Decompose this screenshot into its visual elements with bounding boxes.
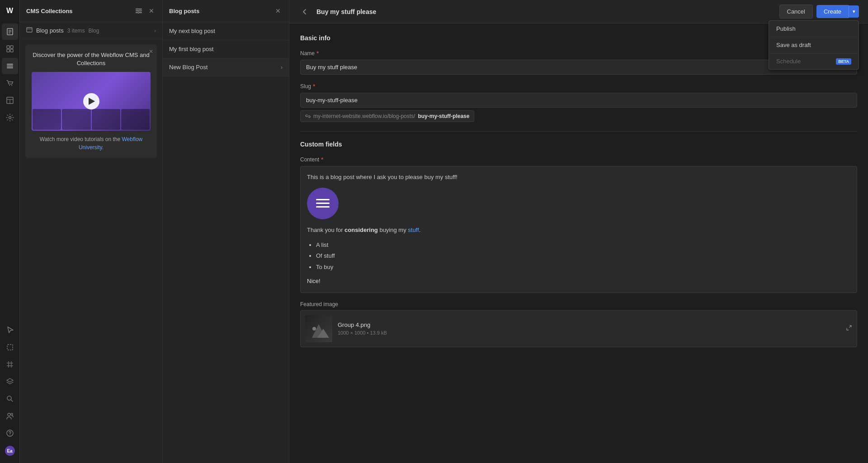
collection-icon [26, 27, 33, 34]
content-stuff-link[interactable]: stuff [408, 227, 419, 233]
hamburger-icon [316, 199, 330, 208]
form-content: Basic info Name * Slug * my-internet-web… [289, 24, 868, 463]
promo-box: ✕ Discover the power of the Webflow CMS … [25, 45, 157, 158]
svg-rect-17 [7, 345, 13, 350]
main-content: Buy my stuff please Cancel Create ▾ Publ… [289, 0, 868, 463]
create-dropdown-button[interactable]: ▾ [849, 5, 859, 18]
publish-menu-item[interactable]: Publish [769, 21, 859, 37]
svg-rect-9 [7, 66, 13, 66]
blog-posts-count: 3 items [67, 28, 85, 34]
content-required-indicator: * [321, 156, 323, 163]
slug-url-prefix: my-internet-website.webflow.io/blog-post… [313, 113, 415, 119]
content-text-1: This is a blog post where I ask you to p… [307, 173, 850, 182]
toolbar-settings-icon[interactable] [2, 109, 18, 126]
featured-image-label: Featured image [300, 301, 857, 307]
svg-rect-5 [10, 46, 13, 48]
user-avatar[interactable]: Ea [5, 446, 15, 456]
toolbar-help-icon[interactable] [2, 425, 18, 441]
back-button[interactable] [298, 5, 311, 18]
toolbar-layers-icon[interactable] [2, 373, 18, 390]
create-button[interactable]: Create [816, 5, 849, 18]
svg-point-16 [9, 117, 11, 119]
header-actions: Cancel Create ▾ Publish Save as draft Sc… [779, 5, 859, 19]
section-divider [300, 131, 857, 132]
toolbar-users-icon[interactable] [2, 408, 18, 424]
blog-posts-label: Blog posts [36, 27, 64, 34]
custom-fields-section-title: Custom fields [300, 141, 857, 148]
slug-input[interactable] [300, 93, 857, 108]
blog-panel-close-button[interactable]: ✕ [274, 5, 283, 16]
promo-video-thumbnail[interactable] [32, 72, 151, 131]
featured-image-info: Group 4.png 1000 × 1000 • 13.9 kB [338, 321, 840, 335]
featured-image-thumbnail [305, 315, 332, 342]
cms-panel-header: CMS Collections ✕ [20, 0, 162, 22]
blog-panel-title: Blog posts [169, 8, 199, 14]
app-logo: W [3, 4, 17, 18]
slug-url-display: my-internet-website.webflow.io/blog-post… [300, 110, 474, 122]
create-button-group: Create ▾ [816, 5, 859, 18]
toolbar-cms-icon[interactable] [2, 58, 18, 74]
active-item-label: New Blog Post [169, 64, 208, 71]
featured-image-form-group: Featured image Group 4.png 1000 × 1000 •… [300, 301, 857, 347]
slug-required-indicator: * [313, 83, 315, 90]
publish-dropdown-menu: Publish Save as draft Schedule BETA [769, 20, 859, 70]
cms-collections-panel: CMS Collections ✕ [20, 0, 163, 463]
name-required-indicator: * [316, 50, 319, 57]
promo-description: Watch more video tutorials on the Webflo… [32, 135, 151, 151]
svg-rect-34 [27, 28, 32, 32]
hamburger-line-1 [316, 199, 330, 200]
featured-image-open-button[interactable] [846, 325, 852, 332]
svg-rect-6 [7, 49, 9, 52]
cms-settings-button[interactable] [133, 5, 144, 16]
svg-point-25 [11, 413, 13, 415]
content-label: Content * [300, 156, 857, 163]
content-suffix: . [419, 227, 421, 233]
toolbar-layout-icon[interactable] [2, 92, 18, 109]
svg-point-27 [9, 435, 10, 435]
content-form-group: Content * This is a blog post where I as… [300, 156, 857, 293]
play-button[interactable] [83, 93, 99, 109]
content-editor[interactable]: This is a blog post where I ask you to p… [300, 166, 857, 293]
cms-close-button[interactable]: ✕ [147, 5, 156, 16]
svg-point-38 [312, 327, 316, 331]
active-item-chevron-icon: › [281, 64, 283, 71]
svg-rect-4 [7, 46, 9, 48]
featured-dimensions: 1000 × 1000 • 13.9 kB [338, 330, 840, 335]
featured-filename: Group 4.png [338, 321, 840, 328]
svg-rect-7 [10, 49, 13, 52]
svg-point-24 [8, 413, 10, 416]
content-text-2: Thank you for considering buying my stuf… [307, 226, 850, 235]
promo-close-button[interactable]: ✕ [149, 48, 153, 55]
list-item-3: To buy [316, 263, 850, 272]
collection-chevron-icon: › [154, 28, 156, 34]
toolbar-cursor-icon[interactable] [2, 322, 18, 338]
toolbar-frame-icon[interactable] [2, 339, 18, 355]
toolbar-pages-icon[interactable] [2, 24, 18, 40]
content-mid-text: buying my [378, 227, 408, 233]
blog-posts-collection-row[interactable]: Blog posts 3 items Blog › [20, 22, 162, 39]
toolbar-search-icon[interactable] [2, 391, 18, 407]
featured-image-box[interactable]: Group 4.png 1000 × 1000 • 13.9 kB [300, 310, 857, 347]
blog-posts-panel: Blog posts ✕ My next blog post My first … [163, 0, 289, 463]
slug-url-bold: buy-my-stuff-please [418, 113, 469, 119]
cancel-button[interactable]: Cancel [779, 5, 813, 19]
toolbar-ecommerce-icon[interactable] [2, 75, 18, 91]
content-bold-word: considering [344, 227, 378, 233]
svg-line-23 [11, 400, 13, 402]
toolbar-grid-icon[interactable] [2, 356, 18, 373]
save-draft-menu-item[interactable]: Save as draft [769, 37, 859, 53]
svg-rect-8 [7, 64, 13, 65]
svg-point-31 [137, 9, 138, 10]
list-item[interactable]: My next blog post [163, 22, 289, 40]
cms-panel-title: CMS Collections [26, 8, 73, 14]
toolbar-components-icon[interactable] [2, 41, 18, 57]
list-item[interactable]: My first blog post [163, 40, 289, 58]
list-item-2: Of stuff [316, 251, 850, 261]
svg-point-33 [138, 12, 139, 14]
blog-panel-header: Blog posts ✕ [163, 0, 289, 22]
content-icon-image [307, 188, 339, 219]
svg-point-11 [9, 85, 10, 86]
list-item-active[interactable]: New Blog Post › [163, 58, 289, 76]
list-item-1: A list [316, 241, 850, 250]
schedule-label: Schedule [776, 58, 801, 65]
